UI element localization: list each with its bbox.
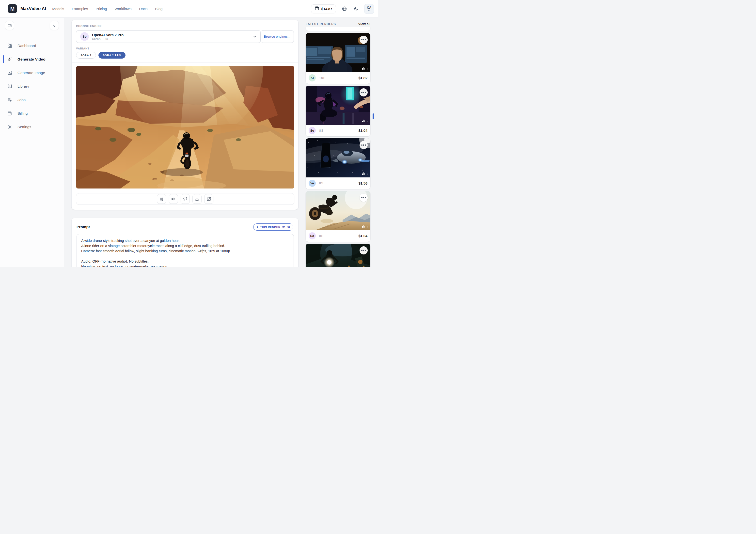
sidebar-item-label: Settings bbox=[17, 125, 31, 129]
render-price: $1.82 bbox=[359, 76, 367, 80]
render-card[interactable] bbox=[306, 244, 370, 267]
sidebar-nav: Dashboard Generate Video Generate Image … bbox=[0, 39, 64, 134]
sidebar-item-label: Dashboard bbox=[17, 43, 36, 48]
prompt-textarea[interactable]: A wide drone-style tracking shot over a … bbox=[76, 234, 294, 267]
balance-amount: $14.87 bbox=[321, 7, 332, 11]
scrolled-card-remnant bbox=[306, 27, 370, 31]
render-duration: 8S bbox=[319, 182, 324, 185]
render-card-footer: So 8S $1.04 bbox=[306, 125, 370, 136]
loop-button[interactable] bbox=[181, 194, 190, 204]
speaker-muted-icon bbox=[171, 197, 176, 201]
scrollbar-thumb[interactable] bbox=[373, 114, 374, 120]
render-thumbnail-neon-city-motorcycle[interactable] bbox=[306, 86, 370, 125]
sidebar-item-settings[interactable]: Settings bbox=[0, 120, 64, 134]
sidebar-item-jobs[interactable]: Jobs bbox=[0, 93, 64, 107]
sidebar-item-label: Library bbox=[17, 84, 29, 89]
balance-button[interactable]: $14.87 bbox=[311, 4, 336, 13]
wallet-icon bbox=[7, 111, 12, 116]
audio-levels-icon bbox=[362, 225, 367, 227]
engine-meta: OpenAI - Pro bbox=[92, 38, 123, 40]
latest-renders-title: LATEST RENDERS bbox=[306, 22, 336, 26]
render-thumbnail-woman-control-room[interactable] bbox=[306, 33, 370, 72]
render-card[interactable]: So 8S $1.04 bbox=[306, 86, 370, 136]
dark-mode-moon-button[interactable] bbox=[353, 6, 359, 12]
language-globe-button[interactable] bbox=[341, 6, 347, 12]
sidebar-item-label: Jobs bbox=[17, 98, 26, 102]
render-duration: 8S bbox=[319, 129, 324, 132]
variant-pill-sora2pro[interactable]: SORA 2 PRO bbox=[98, 52, 125, 59]
engine-select-dropdown[interactable]: So OpenAI Sora 2 Pro OpenAI - Pro bbox=[76, 30, 261, 43]
nav-right-group: $14.87 CA bbox=[311, 4, 374, 14]
more-options-button[interactable] bbox=[360, 246, 368, 254]
image-icon bbox=[7, 70, 12, 75]
render-card[interactable]: So 8S $1.04 bbox=[306, 191, 370, 242]
browse-engines-button[interactable]: Browse engines... bbox=[260, 30, 294, 43]
render-card[interactable]: Ve 8S $1.56 bbox=[306, 138, 370, 189]
panel-collapse-icon bbox=[7, 23, 12, 28]
sidebar-item-generate-video[interactable]: Generate Video bbox=[0, 52, 64, 66]
chevron-down-icon bbox=[368, 10, 371, 12]
audio-levels-icon bbox=[362, 172, 367, 175]
nav-link-examples[interactable]: Examples bbox=[72, 7, 88, 11]
sidebar-item-billing[interactable]: Billing bbox=[0, 107, 64, 120]
pause-button[interactable] bbox=[157, 194, 166, 204]
video-preview[interactable] bbox=[76, 66, 294, 189]
engine-name: OpenAI Sora 2 Pro bbox=[92, 33, 123, 37]
variant-label: VARIANT bbox=[76, 47, 89, 50]
nav-link-blog[interactable]: Blog bbox=[155, 7, 162, 11]
engine-badge: So bbox=[309, 232, 316, 239]
collapse-sidebar-button[interactable] bbox=[5, 21, 14, 30]
render-card-footer: KI 10S $1.82 bbox=[306, 72, 370, 84]
download-icon bbox=[195, 197, 199, 201]
engine-badge: KI bbox=[309, 74, 316, 81]
top-navbar: M MaxVideo AI Models Examples Pricing Wo… bbox=[0, 0, 378, 18]
more-options-button[interactable] bbox=[360, 36, 368, 44]
pin-icon bbox=[52, 23, 57, 28]
download-button[interactable] bbox=[192, 194, 202, 204]
prompt-title: Prompt bbox=[76, 225, 90, 229]
render-thumbnail-cliff-jump-motorcycle[interactable] bbox=[306, 191, 370, 230]
wallet-icon bbox=[315, 6, 319, 12]
render-price: $1.04 bbox=[359, 234, 367, 238]
chevron-down-icon bbox=[253, 36, 257, 38]
variant-pill-sora2[interactable]: SORA 2 bbox=[76, 52, 96, 59]
render-thumbnail-spaceship-monolith[interactable] bbox=[306, 138, 370, 177]
account-avatar-menu[interactable]: CA bbox=[364, 4, 374, 14]
left-sidebar: Dashboard Generate Video Generate Image … bbox=[0, 18, 64, 267]
audio-levels-icon bbox=[362, 67, 367, 70]
sidebar-item-label: Billing bbox=[17, 111, 28, 116]
canyon-motorcycle-video-frame bbox=[76, 66, 294, 189]
engine-avatar: So bbox=[80, 32, 89, 41]
active-indicator bbox=[3, 55, 4, 63]
pause-icon bbox=[160, 197, 164, 201]
sidebar-item-library[interactable]: Library bbox=[0, 79, 64, 93]
more-options-button[interactable] bbox=[360, 194, 368, 202]
brand-logo-icon: M bbox=[8, 4, 17, 13]
render-cost-badge: THIS RENDER: $1.56 bbox=[253, 224, 293, 230]
render-thumbnail-night-trail-motorcycle[interactable] bbox=[306, 244, 370, 267]
avatar-initials: CA bbox=[367, 6, 371, 9]
nav-link-pricing[interactable]: Pricing bbox=[95, 7, 107, 11]
variant-pills: SORA 2 SORA 2 PRO bbox=[76, 52, 125, 59]
open-external-button[interactable] bbox=[204, 194, 213, 204]
sidebar-item-generate-image[interactable]: Generate Image bbox=[0, 66, 64, 79]
render-card[interactable]: KI 10S $1.82 bbox=[306, 33, 370, 84]
nav-links: Models Examples Pricing Workflows Docs B… bbox=[52, 7, 162, 11]
brand[interactable]: M MaxVideo AI bbox=[8, 4, 46, 13]
external-link-icon bbox=[207, 197, 211, 201]
mute-button[interactable] bbox=[169, 194, 178, 204]
more-options-button[interactable] bbox=[360, 88, 368, 96]
render-card-footer: So 8S $1.04 bbox=[306, 230, 370, 242]
view-all-link[interactable]: View all bbox=[358, 22, 370, 26]
sidebar-item-dashboard[interactable]: Dashboard bbox=[0, 39, 64, 52]
more-options-button[interactable] bbox=[360, 141, 368, 149]
render-price: $1.56 bbox=[359, 181, 367, 185]
render-card-footer: Ve 8S $1.56 bbox=[306, 177, 370, 189]
nav-link-workflows[interactable]: Workflows bbox=[115, 7, 131, 11]
book-open-icon bbox=[7, 84, 12, 89]
pin-sidebar-button[interactable] bbox=[50, 21, 59, 30]
sparkles-icon bbox=[7, 57, 12, 62]
playback-controls bbox=[76, 193, 294, 205]
nav-link-docs[interactable]: Docs bbox=[139, 7, 148, 11]
nav-link-models[interactable]: Models bbox=[52, 7, 64, 11]
